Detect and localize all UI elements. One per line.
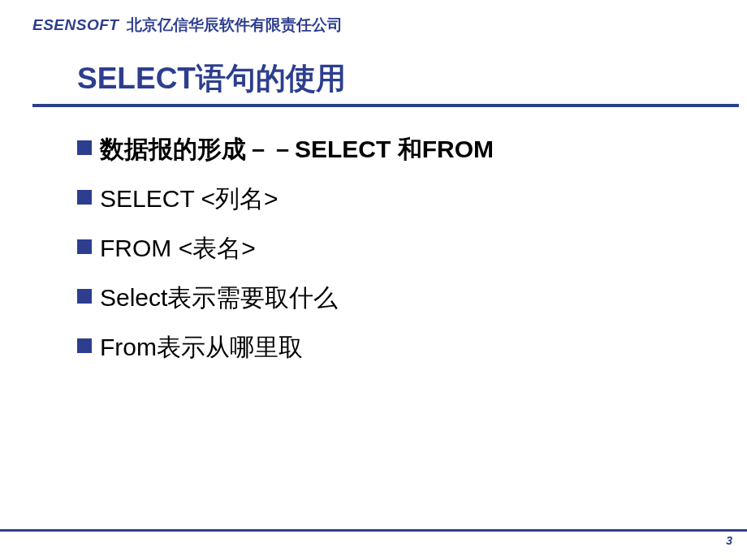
bullet-item: Select表示需要取什么 (77, 282, 747, 313)
slide-header: ESENSOFT 北京亿信华辰软件有限责任公司 (0, 0, 747, 36)
bullet-marker-icon (77, 338, 92, 353)
bullet-marker-icon (77, 289, 92, 304)
slide-content: 数据报的形成－－SELECT 和FROM SELECT <列名> FROM <表… (0, 107, 747, 363)
bullet-text: FROM <表名> (100, 232, 256, 264)
bullet-text: SELECT <列名> (100, 183, 279, 214)
company-name: 北京亿信华辰软件有限责任公司 (127, 16, 343, 33)
bullet-item: 数据报的形成－－SELECT 和FROM (77, 133, 747, 165)
bullet-text: Select表示需要取什么 (100, 282, 338, 313)
bullet-item: From表示从哪里取 (77, 331, 747, 363)
company-logo: ESENSOFT (32, 16, 119, 33)
bullet-text: From表示从哪里取 (100, 331, 303, 363)
slide-title: SELECT语句的使用 (77, 58, 747, 99)
bullet-marker-icon (77, 239, 92, 254)
bullet-marker-icon (77, 190, 92, 205)
footer-line (0, 529, 747, 532)
bullet-marker-icon (77, 140, 92, 155)
page-number: 3 (726, 534, 732, 547)
bullet-item: SELECT <列名> (77, 183, 747, 214)
bullet-text: 数据报的形成－－SELECT 和FROM (100, 133, 494, 165)
title-section: SELECT语句的使用 (0, 58, 747, 107)
bullet-item: FROM <表名> (77, 232, 747, 264)
slide-footer: 3 (0, 529, 747, 552)
